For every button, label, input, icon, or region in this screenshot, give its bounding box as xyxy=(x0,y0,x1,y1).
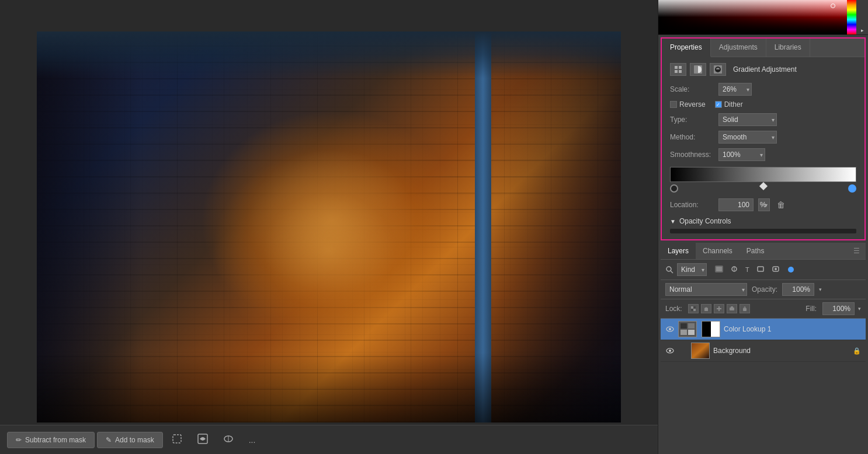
svg-rect-32 xyxy=(688,323,695,329)
layers-menu-icon[interactable]: ☰ xyxy=(848,243,866,259)
fill-input[interactable] xyxy=(822,302,855,315)
feather-button[interactable] xyxy=(217,429,240,450)
tab-properties[interactable]: Properties xyxy=(662,39,711,57)
location-input[interactable] xyxy=(718,198,754,211)
svg-rect-6 xyxy=(675,70,678,73)
lock-artboard-icon xyxy=(729,306,735,312)
reverse-checkbox-item: Reverse xyxy=(670,100,706,109)
add-to-mask-button[interactable]: ✎ Add to mask xyxy=(97,432,163,448)
circle-icon-box[interactable] xyxy=(710,63,726,76)
select-subject-button[interactable] xyxy=(165,429,189,450)
left-stop-marker[interactable] xyxy=(670,184,678,193)
opacity-bar[interactable] xyxy=(670,229,856,233)
filter-adjustment-button[interactable] xyxy=(728,264,741,275)
filter-shape-button[interactable] xyxy=(754,264,767,275)
midpoint-diamond[interactable] xyxy=(759,182,767,190)
scale-select[interactable]: 26% 50% 100% xyxy=(718,83,752,96)
type-row: Type: Solid Noise xyxy=(670,113,856,126)
grid-icon-box[interactable] xyxy=(670,63,686,76)
layer-visibility-background[interactable] xyxy=(665,346,675,355)
tab-adjustments[interactable]: Adjustments xyxy=(711,39,766,57)
lock-position-button[interactable] xyxy=(714,304,724,313)
subtract-icon: ✏ xyxy=(16,436,22,444)
smartobj-icon xyxy=(772,266,780,273)
lock-image-icon xyxy=(703,306,709,312)
type-select[interactable]: Solid Noise xyxy=(718,113,777,126)
filter-active-dot xyxy=(788,267,794,273)
svg-rect-22 xyxy=(693,306,696,309)
search-icon xyxy=(665,266,673,274)
type-select-wrapper: Solid Noise xyxy=(718,113,777,126)
shape-icon xyxy=(756,266,765,273)
layer-item-background[interactable]: Background 🔒 xyxy=(661,340,866,362)
layer-item-color-lookup[interactable]: Color Lookup 1 xyxy=(661,319,866,340)
type-label: Type: xyxy=(670,116,714,124)
svg-rect-31 xyxy=(680,323,687,329)
filter-type-button[interactable]: T xyxy=(743,264,752,275)
color-strip[interactable] xyxy=(847,0,856,34)
blend-select-wrapper: Normal Dissolve Multiply xyxy=(665,283,747,296)
lock-all-icon xyxy=(742,306,748,312)
opacity-input[interactable] xyxy=(782,283,814,296)
chevron-down-icon: ▼ xyxy=(670,218,676,225)
layer-name-background: Background xyxy=(713,347,849,355)
smoothness-label: Smoothness: xyxy=(670,151,714,159)
lock-transparent-button[interactable] xyxy=(688,304,699,313)
svg-rect-5 xyxy=(679,66,682,69)
dither-label: Dither xyxy=(724,100,743,109)
svg-rect-37 xyxy=(692,344,709,358)
layers-filter-icons: T xyxy=(713,264,782,275)
more-options-button[interactable]: ... xyxy=(242,431,262,449)
lock-artboard-button[interactable] xyxy=(727,304,737,313)
location-unit-select[interactable]: % xyxy=(758,198,770,211)
lock-all-button[interactable] xyxy=(739,304,750,313)
tab-paths[interactable]: Paths xyxy=(739,243,772,259)
select-subject-icon xyxy=(172,434,182,444)
lock-position-icon xyxy=(716,306,722,312)
fill-label: Fill: xyxy=(805,305,817,313)
layer-thumbnail-background xyxy=(691,343,710,359)
dither-checkbox[interactable]: ✓ xyxy=(715,101,722,108)
gradient-bar[interactable] xyxy=(670,167,856,182)
tab-channels[interactable]: Channels xyxy=(696,243,739,259)
color-arrow[interactable]: ▸ xyxy=(861,27,864,33)
right-stop-marker[interactable] xyxy=(848,184,856,193)
tab-libraries[interactable]: Libraries xyxy=(766,39,810,57)
layer-grid-icon xyxy=(679,322,696,336)
layer-visibility-color-lookup[interactable] xyxy=(665,324,675,334)
filter-pixel-button[interactable] xyxy=(713,264,725,275)
opacity-label: Opacity: xyxy=(752,285,777,294)
panel-title: Gradient Adjustment xyxy=(733,65,797,74)
gradient-bar-container xyxy=(670,167,856,193)
method-select[interactable]: Smooth Perceptual Linear xyxy=(718,131,777,144)
subtract-from-mask-button[interactable]: ✏ Subtract from mask xyxy=(7,432,95,448)
layer-mask-thumbnail xyxy=(702,321,720,337)
color-picker-mini: ▸ xyxy=(658,0,868,35)
svg-point-11 xyxy=(666,267,671,271)
invert-mask-button[interactable] xyxy=(191,429,214,450)
reverse-label: Reverse xyxy=(679,100,706,109)
kind-select[interactable]: Kind xyxy=(677,263,707,276)
tab-layers[interactable]: Layers xyxy=(661,243,696,259)
delete-stop-icon[interactable]: 🗑 xyxy=(777,200,785,209)
half-circle-icon-box[interactable] xyxy=(690,63,706,76)
opacity-controls-header[interactable]: ▼ Opacity Controls xyxy=(670,217,856,225)
method-row: Method: Smooth Perceptual Linear xyxy=(670,131,856,144)
blend-mode-select[interactable]: Normal Dissolve Multiply xyxy=(665,283,747,296)
scale-label: Scale: xyxy=(670,85,714,93)
svg-rect-33 xyxy=(680,330,687,335)
adjustment-icon xyxy=(730,266,738,273)
opacity-controls-label: Opacity Controls xyxy=(679,217,731,225)
bg-thumb-icon xyxy=(692,344,709,358)
svg-rect-27 xyxy=(743,308,747,311)
location-label: Location: xyxy=(670,201,714,209)
layers-toolbar: Kind xyxy=(661,260,866,280)
lock-image-button[interactable] xyxy=(701,304,711,313)
filter-smartobj-button[interactable] xyxy=(769,264,782,275)
circle-icon xyxy=(714,65,722,74)
color-gradient[interactable] xyxy=(658,0,847,34)
reverse-checkbox[interactable] xyxy=(670,101,677,108)
opacity-arrow-icon: ▾ xyxy=(819,287,822,292)
smoothness-select[interactable]: 100% 75% 50% xyxy=(718,148,765,161)
properties-panel: Properties Adjustments Libraries xyxy=(661,37,866,240)
